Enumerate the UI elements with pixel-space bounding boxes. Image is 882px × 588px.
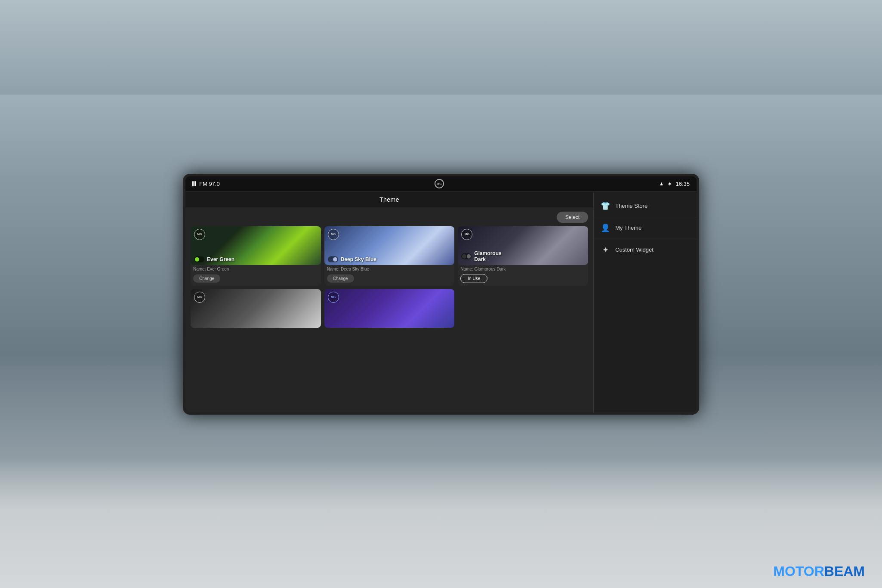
- glamorous-dark-title-block: Glamorous Dark: [474, 250, 501, 262]
- theme-card-deep-sky-blue[interactable]: MG Deep Sky Blue Name: Deep Sky Bl: [324, 226, 455, 286]
- grey-light-bg: MG: [191, 289, 321, 328]
- time-display: 16:35: [675, 181, 690, 187]
- theme-name-label-deep-sky-blue: Name: Deep Sky Blue: [327, 267, 452, 271]
- deep-sky-bg: MG Deep Sky Blue: [324, 226, 455, 265]
- status-center: MG: [435, 179, 444, 188]
- status-right: ▲ ✶ 16:35: [659, 181, 690, 187]
- infotainment-screen: FM 97.0 MG ▲ ✶ 16:35 Theme Select: [183, 174, 699, 415]
- dashboard-top: [0, 0, 882, 95]
- theme-logo-ever-green: MG: [194, 229, 205, 240]
- watermark-beam: BEAM: [824, 563, 865, 579]
- signal-icon: ▲: [659, 181, 664, 187]
- radio-label: FM 97.0: [199, 181, 220, 187]
- theme-card-info-glamorous-dark: Name: Glamorous Dark: [458, 265, 588, 272]
- theme-card-ever-green[interactable]: MG Ever Green Name: Ever Green: [191, 226, 321, 286]
- select-btn-row: Select: [191, 212, 588, 223]
- blue-purple-bg: MG: [324, 289, 455, 328]
- theme-card-title-ever-green: Ever Green: [207, 256, 234, 262]
- theme-card-image-blue-purple: MG: [324, 289, 455, 328]
- ever-green-bg: MG Ever Green: [191, 226, 321, 265]
- sidebar-label-my-theme: My Theme: [615, 225, 641, 231]
- theme-name-overlay-deep-sky-blue: Deep Sky Blue: [328, 256, 451, 262]
- theme-store-icon: 👕: [601, 201, 610, 211]
- theme-logo-deep-sky-blue: MG: [328, 229, 339, 240]
- theme-panel: Theme Select MG: [185, 192, 593, 412]
- theme-card-image-deep-sky-blue: MG Deep Sky Blue: [324, 226, 455, 265]
- theme-card-image-ever-green: MG Ever Green: [191, 226, 321, 265]
- theme-grid: MG Ever Green Name: Ever Green: [191, 226, 588, 328]
- theme-card-title-glamorous-dark: Glamorous: [474, 250, 501, 256]
- theme-name-label-ever-green: Name: Ever Green: [193, 267, 318, 271]
- theme-content: Select MG Ever Green: [185, 207, 593, 412]
- change-btn-deep-sky-blue[interactable]: Change: [327, 274, 354, 283]
- sidebar-item-theme-store[interactable]: 👕 Theme Store: [594, 195, 697, 217]
- dashboard-bottom: [0, 459, 882, 588]
- glamorous-dark-bg: MG Glamorous Dark: [458, 226, 588, 265]
- theme-name-label-glamorous-dark: Name: Glamorous Dark: [460, 267, 586, 271]
- theme-card-info-ever-green: Name: Ever Green: [191, 265, 321, 272]
- theme-card-image-glamorous-dark: MG Glamorous Dark: [458, 226, 588, 265]
- toggle-deep-sky-blue: [328, 256, 338, 262]
- in-use-btn-glamorous-dark[interactable]: In Use: [460, 274, 487, 283]
- main-content: Theme Select MG: [185, 192, 697, 412]
- sidebar-label-custom-widget: Custom Widget: [615, 246, 654, 253]
- theme-card-grey[interactable]: MG: [191, 289, 321, 328]
- theme-logo-blue-purple: MG: [328, 292, 339, 303]
- status-left: FM 97.0: [192, 181, 220, 187]
- theme-name-overlay-ever-green: Ever Green: [194, 256, 318, 262]
- status-bar: FM 97.0 MG ▲ ✶ 16:35: [185, 176, 697, 192]
- theme-name-overlay-glamorous-dark: Glamorous Dark: [461, 250, 585, 262]
- theme-card-info-deep-sky-blue: Name: Deep Sky Blue: [324, 265, 455, 272]
- change-btn-ever-green[interactable]: Change: [193, 274, 220, 283]
- watermark: MOTORBEAM: [773, 563, 865, 579]
- sidebar-item-custom-widget[interactable]: ✦ Custom Widget: [594, 239, 697, 261]
- select-button[interactable]: Select: [557, 212, 588, 223]
- theme-card-glamorous-dark[interactable]: MG Glamorous Dark: [458, 226, 588, 286]
- sidebar-label-theme-store: Theme Store: [615, 203, 648, 209]
- my-theme-icon: 👤: [601, 223, 610, 233]
- bluetooth-icon: ✶: [667, 181, 672, 187]
- pause-icon: [192, 181, 196, 186]
- theme-logo-grey: MG: [194, 292, 205, 303]
- mg-logo: MG: [435, 179, 444, 188]
- theme-card-image-grey: MG: [191, 289, 321, 328]
- toggle-glamorous-dark: [461, 253, 472, 259]
- theme-logo-glamorous-dark: MG: [461, 229, 472, 240]
- sidebar-panel: 👕 Theme Store 👤 My Theme ✦ Custom Widget: [593, 192, 697, 412]
- toggle-ever-green: [194, 256, 204, 262]
- page-title: Theme: [185, 192, 593, 207]
- theme-card-subtitle-glamorous-dark: Dark: [474, 256, 501, 262]
- theme-card-title-deep-sky-blue: Deep Sky Blue: [341, 256, 376, 262]
- theme-action-row-ever-green: Change: [191, 272, 321, 285]
- watermark-motor: MOTOR: [773, 563, 824, 579]
- theme-action-row-deep-sky-blue: Change: [324, 272, 455, 285]
- theme-card-blue-purple[interactable]: MG: [324, 289, 455, 328]
- sidebar-item-my-theme[interactable]: 👤 My Theme: [594, 217, 697, 239]
- theme-action-row-glamorous-dark: In Use: [458, 272, 588, 286]
- custom-widget-icon: ✦: [601, 245, 610, 255]
